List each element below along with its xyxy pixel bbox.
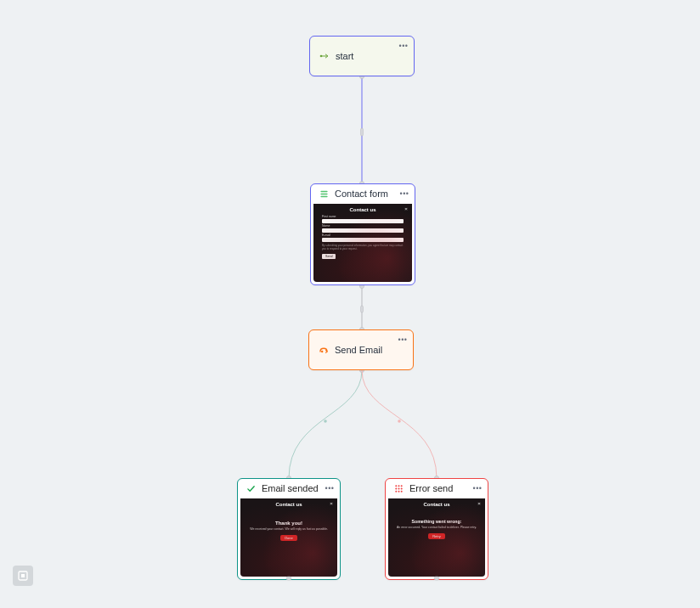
- close-icon: ×: [477, 501, 482, 506]
- svg-point-26: [398, 490, 399, 492]
- node-start-title: start: [336, 51, 407, 61]
- node-send-email[interactable]: Send Email: [308, 329, 414, 370]
- svg-point-21: [400, 485, 402, 487]
- svg-point-19: [395, 485, 397, 487]
- error-grid-icon: [392, 482, 404, 494]
- flow-edges: [0, 0, 700, 608]
- node-menu-success[interactable]: [325, 483, 335, 493]
- field-email-label: E-mail: [313, 233, 412, 237]
- svg-rect-7: [361, 306, 364, 312]
- success-button-preview: Done: [280, 535, 297, 541]
- error-preview-title: Contact us: [423, 502, 449, 507]
- close-icon: ×: [329, 501, 334, 506]
- svg-point-23: [398, 487, 399, 489]
- success-headline: Thank you!: [240, 509, 337, 526]
- svg-point-12: [398, 419, 401, 423]
- node-contact-form[interactable]: Contact form Contact us × First name Nam…: [310, 183, 415, 285]
- node-send-title: Send Email: [335, 345, 406, 355]
- field-firstname-label: First name: [313, 214, 412, 218]
- bottom-ports: [0, 0, 700, 608]
- node-error-send[interactable]: Error send Contact us × Something went w…: [385, 478, 488, 580]
- svg-point-18: [321, 351, 323, 352]
- node-contact-title: Contact form: [335, 189, 408, 199]
- svg-rect-31: [21, 574, 25, 577]
- svg-rect-17: [320, 195, 327, 196]
- svg-point-25: [395, 490, 397, 492]
- svg-point-22: [395, 487, 397, 489]
- node-error-title: Error send: [409, 483, 481, 493]
- field-name-label: Name: [313, 223, 412, 228]
- fit-view-button[interactable]: [13, 566, 33, 586]
- contact-preview-title: Contact us: [349, 207, 375, 212]
- node-success-preview[interactable]: Contact us × Thank you! We received your…: [240, 498, 337, 577]
- svg-point-24: [400, 487, 402, 489]
- error-button-preview: Retry: [428, 533, 445, 539]
- success-body: We received your contact. We will reply …: [240, 526, 337, 532]
- email-icon: [318, 344, 330, 356]
- close-icon: ×: [404, 206, 409, 211]
- svg-point-20: [398, 485, 399, 487]
- node-menu-contact[interactable]: [399, 189, 409, 199]
- error-body: An error occurred. Your contact failed t…: [388, 524, 485, 530]
- svg-rect-15: [320, 190, 327, 191]
- submit-button-preview: Send: [322, 254, 336, 259]
- node-email-sent[interactable]: Email sended Contact us × Thank you! We …: [237, 478, 341, 580]
- consent-text: By submitting your personal information,…: [313, 242, 412, 251]
- node-success-title: Email sended: [262, 483, 333, 493]
- check-icon: [245, 482, 257, 494]
- node-contact-preview[interactable]: Contact us × First name Name E-mail By s…: [313, 204, 412, 282]
- node-menu-start[interactable]: [398, 41, 409, 51]
- svg-point-27: [400, 490, 402, 492]
- svg-rect-16: [320, 193, 327, 194]
- node-menu-send[interactable]: [398, 335, 408, 345]
- node-error-preview[interactable]: Contact us × Something went wrong: An er…: [388, 498, 485, 577]
- success-preview-title: Contact us: [275, 502, 302, 507]
- svg-point-10: [324, 419, 327, 423]
- node-start[interactable]: start: [309, 36, 415, 76]
- error-headline: Something went wrong:: [388, 509, 485, 524]
- form-icon: [318, 188, 330, 200]
- start-icon: [319, 50, 330, 62]
- svg-rect-3: [361, 128, 364, 136]
- node-menu-error[interactable]: [472, 483, 483, 493]
